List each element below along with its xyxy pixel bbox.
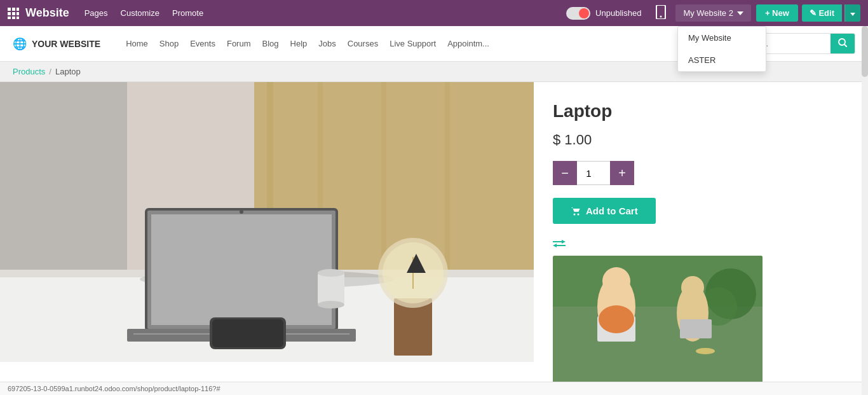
compare-area[interactable] [553, 239, 849, 248]
quantity-increase-button[interactable]: + [610, 161, 634, 185]
website-logo: 🌐 YOUR WEBSITE [13, 37, 100, 51]
new-button[interactable]: + New [756, 4, 798, 22]
top-bar-right: Unpublished My Website 2 + New ✎ Edit [566, 1, 860, 25]
brand-label: Website [25, 6, 69, 20]
svg-rect-0 [8, 8, 11, 11]
svg-marker-43 [553, 244, 557, 247]
svg-point-39 [578, 213, 580, 215]
nav-live-support[interactable]: Live Support [390, 39, 436, 48]
nav-courses[interactable]: Courses [348, 39, 378, 48]
svg-point-27 [240, 210, 243, 214]
dropdown-item-aster[interactable]: ASTER [678, 49, 766, 71]
status-bar: 697205-13-0-0599a1.runbot24.odoo.com/sho… [0, 382, 868, 395]
top-nav: Pages Customize Promote [85, 8, 566, 18]
scrollbar-thumb[interactable] [862, 26, 868, 77]
nav-shop[interactable]: Shop [159, 39, 179, 48]
breadcrumb-separator: / [49, 67, 51, 76]
grid-icon[interactable] [8, 8, 19, 19]
new-label: + New [765, 8, 789, 18]
svg-rect-6 [8, 17, 11, 19]
website-switcher-button[interactable]: My Website 2 [675, 4, 751, 22]
search-button[interactable] [831, 34, 855, 53]
svg-rect-29 [212, 319, 283, 347]
add-to-cart-button[interactable]: Add to Cart [553, 198, 656, 224]
website-switcher-label: My Website 2 [683, 8, 733, 18]
svg-rect-2 [17, 8, 19, 11]
edit-dropdown-button[interactable] [844, 4, 860, 22]
svg-rect-7 [12, 17, 15, 19]
quantity-input[interactable] [577, 161, 610, 185]
publish-toggle-switch[interactable] [566, 7, 590, 20]
quantity-control: − + [553, 161, 849, 185]
compare-thumbnail [553, 256, 763, 383]
svg-point-49 [599, 305, 634, 333]
svg-point-38 [574, 213, 576, 215]
svg-point-36 [318, 269, 344, 277]
dropdown-item-my-website[interactable]: My Website [678, 27, 766, 49]
main-content: Laptop $ 1.00 − + Add to Cart [0, 82, 868, 395]
nav-appointments[interactable]: Appointm... [447, 39, 489, 48]
website-dropdown-menu: My Website ASTER [677, 26, 766, 72]
product-detail: Laptop $ 1.00 − + Add to Cart [534, 82, 868, 395]
product-image-area [0, 82, 534, 395]
svg-point-11 [839, 39, 845, 45]
svg-rect-4 [12, 12, 15, 15]
compare-thumbnail-image [553, 256, 763, 383]
add-to-cart-label: Add to Cart [586, 205, 638, 216]
unpublished-toggle[interactable]: Unpublished [566, 7, 641, 20]
top-bar: Website Pages Customize Promote Unpublis… [0, 0, 868, 26]
quantity-decrease-button[interactable]: − [553, 161, 577, 185]
breadcrumb-current: Laptop [55, 67, 81, 76]
nav-events[interactable]: Events [190, 39, 215, 48]
main-nav-links: Home Shop Events Forum Blog Help Jobs Co… [126, 39, 689, 48]
nav-home[interactable]: Home [126, 39, 148, 48]
product-image [0, 82, 534, 362]
scrollbar[interactable] [862, 26, 868, 395]
unpublished-label: Unpublished [595, 8, 641, 18]
product-image-svg [0, 82, 534, 362]
svg-rect-35 [318, 273, 344, 305]
product-price: $ 1.00 [553, 132, 849, 148]
svg-point-55 [696, 348, 715, 354]
svg-point-10 [660, 15, 662, 17]
nav-jobs[interactable]: Jobs [318, 39, 336, 48]
svg-rect-8 [17, 17, 19, 19]
breadcrumb-products[interactable]: Products [13, 67, 45, 76]
nav-blog[interactable]: Blog [262, 39, 279, 48]
mobile-view-button[interactable] [649, 1, 673, 25]
svg-rect-3 [8, 12, 11, 15]
svg-marker-41 [562, 240, 566, 244]
website-logo-label: YOUR WEBSITE [32, 39, 100, 49]
edit-button[interactable]: ✎ Edit [802, 4, 842, 22]
compare-image-svg [553, 256, 763, 383]
nav-promote[interactable]: Promote [172, 8, 203, 18]
svg-point-47 [602, 267, 630, 295]
nav-customize[interactable]: Customize [121, 8, 159, 18]
compare-icon [553, 239, 566, 248]
status-url: 697205-13-0-0599a1.runbot24.odoo.com/sho… [8, 385, 220, 392]
svg-point-53 [681, 276, 704, 299]
svg-point-37 [318, 301, 344, 308]
svg-line-12 [844, 45, 847, 47]
product-title: Laptop [553, 101, 849, 121]
svg-rect-1 [12, 8, 15, 11]
edit-label: ✎ Edit [810, 8, 834, 18]
svg-rect-54 [680, 319, 712, 338]
svg-rect-5 [17, 12, 19, 15]
svg-rect-24 [151, 214, 332, 325]
globe-icon: 🌐 [13, 37, 27, 51]
nav-forum[interactable]: Forum [227, 39, 251, 48]
nav-help[interactable]: Help [290, 39, 308, 48]
nav-pages[interactable]: Pages [85, 8, 108, 18]
cart-icon [571, 207, 581, 216]
